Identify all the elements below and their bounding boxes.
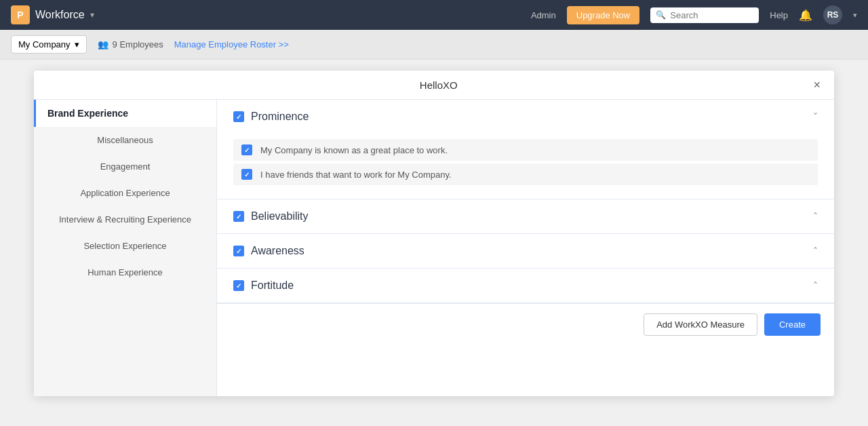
fortitude-checkbox[interactable] bbox=[233, 280, 244, 291]
sidebar-item-human-experience[interactable]: Human Experience bbox=[34, 259, 216, 286]
awareness-title: Awareness bbox=[251, 245, 304, 257]
search-box[interactable]: 🔍 bbox=[650, 7, 759, 23]
awareness-chevron-icon[interactable]: ˄ bbox=[813, 246, 818, 256]
add-workxo-measure-button[interactable]: Add WorkXO Measure bbox=[644, 313, 757, 336]
app-brand: Workforce bbox=[35, 9, 85, 21]
section-prominence-left: Prominence bbox=[233, 111, 309, 123]
section-awareness-left: Awareness bbox=[233, 245, 304, 257]
believability-title: Believability bbox=[251, 210, 308, 222]
employees-count: 9 Employees bbox=[113, 39, 163, 50]
modal-title: HelloXO bbox=[64, 79, 813, 91]
sidebar-item-engagement[interactable]: Engagement bbox=[34, 153, 216, 180]
sidebar-label-interview-experience: Interview & Recruiting Experience bbox=[59, 214, 191, 225]
company-label: My Company bbox=[18, 39, 71, 50]
prominence-item-0: My Company is known as a great place to … bbox=[233, 139, 818, 161]
modal-body: Brand Experience Miscellaneous Engagemen… bbox=[34, 100, 834, 396]
section-prominence-header[interactable]: Prominence ˅ bbox=[233, 100, 818, 134]
notification-bell-icon[interactable]: 🔔 bbox=[799, 9, 812, 22]
awareness-checkbox[interactable] bbox=[233, 246, 244, 256]
believability-checkbox[interactable] bbox=[233, 211, 244, 222]
section-fortitude-header[interactable]: Fortitude ˄ bbox=[233, 269, 818, 303]
prominence-item-1: I have friends that want to work for My … bbox=[233, 163, 818, 185]
nav-left: P Workforce ▾ bbox=[11, 5, 94, 24]
app-logo: P bbox=[11, 5, 30, 24]
prominence-items: My Company is known as a great place to … bbox=[233, 134, 818, 199]
sidebar-item-miscellaneous[interactable]: Miscellaneous bbox=[34, 127, 216, 153]
sidebar-label-miscellaneous: Miscellaneous bbox=[97, 135, 153, 145]
sidebar-label-human-experience: Human Experience bbox=[87, 267, 163, 277]
create-button[interactable]: Create bbox=[764, 313, 821, 336]
section-fortitude-left: Fortitude bbox=[233, 279, 294, 292]
fortitude-title: Fortitude bbox=[251, 279, 294, 292]
prominence-item-0-checkbox[interactable] bbox=[241, 144, 252, 155]
modal-sidebar: Brand Experience Miscellaneous Engagemen… bbox=[34, 100, 217, 396]
sub-nav: My Company ▾ 👥 9 Employees Manage Employ… bbox=[0, 30, 868, 60]
main-area: HelloXO × Brand Experience Miscellaneous… bbox=[0, 60, 868, 426]
admin-label: Admin bbox=[531, 10, 556, 20]
brand-chevron-icon[interactable]: ▾ bbox=[90, 10, 94, 20]
search-input[interactable] bbox=[670, 10, 753, 20]
upgrade-button[interactable]: Upgrade Now bbox=[567, 6, 640, 24]
section-awareness-header[interactable]: Awareness ˄ bbox=[233, 234, 818, 268]
top-nav: P Workforce ▾ Admin Upgrade Now 🔍 Help 🔔… bbox=[0, 0, 868, 30]
sidebar-label-engagement: Engagement bbox=[100, 161, 151, 172]
sidebar-item-application-experience[interactable]: Application Experience bbox=[34, 180, 216, 206]
avatar-chevron-icon[interactable]: ▾ bbox=[853, 11, 857, 20]
nav-right: Admin Upgrade Now 🔍 Help 🔔 RS ▾ bbox=[531, 5, 857, 24]
search-icon: 🔍 bbox=[656, 10, 666, 20]
section-believability: Believability ˄ bbox=[217, 199, 834, 234]
modal-content: Prominence ˅ My Company is known as a gr… bbox=[217, 100, 834, 396]
user-avatar[interactable]: RS bbox=[823, 5, 842, 24]
avatar-initials: RS bbox=[827, 10, 839, 20]
modal: HelloXO × Brand Experience Miscellaneous… bbox=[34, 71, 834, 396]
modal-footer: Add WorkXO Measure Create bbox=[217, 303, 834, 345]
employees-icon: 👥 bbox=[98, 39, 108, 50]
section-prominence: Prominence ˅ My Company is known as a gr… bbox=[217, 100, 834, 199]
sidebar-label-application-experience: Application Experience bbox=[80, 188, 170, 198]
section-awareness: Awareness ˄ bbox=[217, 234, 834, 269]
modal-header: HelloXO × bbox=[34, 71, 834, 100]
believability-chevron-icon[interactable]: ˄ bbox=[813, 211, 818, 222]
sidebar-label-brand-experience: Brand Experience bbox=[47, 108, 128, 119]
sidebar-label-selection-experience: Selection Experience bbox=[83, 241, 166, 251]
prominence-title: Prominence bbox=[251, 111, 309, 123]
section-fortitude: Fortitude ˄ bbox=[217, 269, 834, 303]
company-chevron-icon: ▾ bbox=[75, 39, 79, 50]
prominence-chevron-icon[interactable]: ˅ bbox=[813, 111, 818, 122]
prominence-item-0-text: My Company is known as a great place to … bbox=[260, 145, 448, 155]
sidebar-item-brand-experience[interactable]: Brand Experience bbox=[34, 100, 216, 127]
fortitude-chevron-icon[interactable]: ˄ bbox=[813, 280, 818, 291]
prominence-item-1-checkbox[interactable] bbox=[241, 169, 252, 180]
sidebar-item-selection-experience[interactable]: Selection Experience bbox=[34, 233, 216, 259]
section-believability-header[interactable]: Believability ˄ bbox=[233, 199, 818, 233]
company-selector[interactable]: My Company ▾ bbox=[11, 35, 87, 54]
modal-close-button[interactable]: × bbox=[813, 79, 821, 91]
section-believability-left: Believability bbox=[233, 210, 308, 222]
employees-info: 👥 9 Employees bbox=[98, 39, 163, 50]
prominence-checkbox[interactable] bbox=[233, 111, 244, 122]
help-link[interactable]: Help bbox=[770, 10, 788, 20]
manage-roster-link[interactable]: Manage Employee Roster >> bbox=[174, 39, 289, 50]
sidebar-item-interview-experience[interactable]: Interview & Recruiting Experience bbox=[34, 206, 216, 233]
prominence-item-1-text: I have friends that want to work for My … bbox=[260, 170, 452, 180]
